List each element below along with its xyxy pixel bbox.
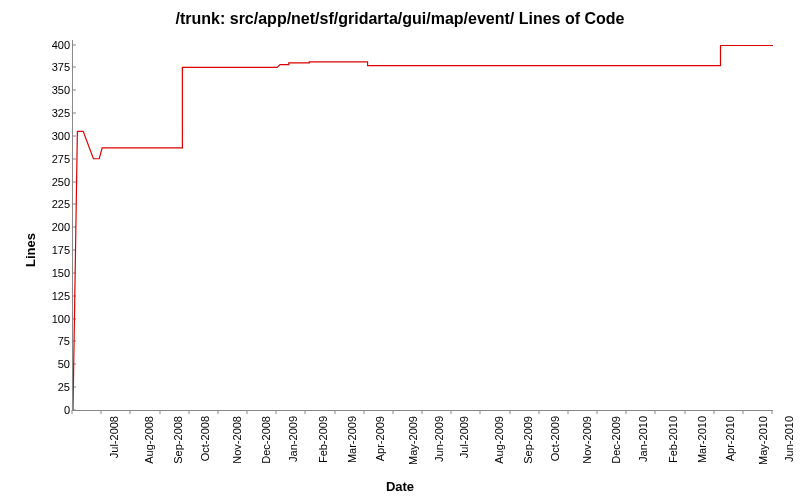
y-tick-label: 225 — [40, 198, 70, 210]
y-tick-label: 0 — [40, 404, 70, 416]
x-tick-label: Oct-2008 — [199, 416, 211, 461]
y-tick-label: 175 — [40, 244, 70, 256]
y-tick-label: 375 — [40, 61, 70, 73]
x-tick-label: Jan-2010 — [637, 416, 649, 462]
y-tick-label: 100 — [40, 313, 70, 325]
x-tick-label: Nov-2009 — [580, 416, 592, 464]
x-tick-label: Feb-2009 — [317, 416, 329, 463]
x-tick-label: Dec-2008 — [260, 416, 272, 464]
x-tick-label: Sep-2009 — [522, 416, 534, 464]
x-tick-label: Sep-2008 — [172, 416, 184, 464]
x-tick-label: Jan-2009 — [287, 416, 299, 462]
y-tick-label: 125 — [40, 290, 70, 302]
x-axis-label: Date — [0, 479, 800, 494]
x-tick-label: Oct-2009 — [549, 416, 561, 461]
x-tick-label: Nov-2008 — [230, 416, 242, 464]
x-tick-label: Dec-2009 — [610, 416, 622, 464]
x-tick-label: Jun-2009 — [433, 416, 445, 462]
y-tick-label: 25 — [40, 381, 70, 393]
plot-area — [72, 40, 773, 411]
y-axis-label: Lines — [23, 233, 38, 267]
x-tick-label: Apr-2009 — [374, 416, 386, 461]
y-tick-label: 200 — [40, 221, 70, 233]
y-tick-label: 75 — [40, 335, 70, 347]
y-tick-label: 50 — [40, 358, 70, 370]
x-tick-label: Aug-2008 — [143, 416, 155, 464]
x-tick-label: Jul-2009 — [458, 416, 470, 458]
y-tick-label: 150 — [40, 267, 70, 279]
y-tick-label: 300 — [40, 130, 70, 142]
x-tick-label: Jul-2008 — [108, 416, 120, 458]
x-tick-label: May-2009 — [407, 416, 419, 465]
y-tick-label: 350 — [40, 84, 70, 96]
x-tick-label: May-2010 — [757, 416, 769, 465]
x-tick-label: Aug-2009 — [493, 416, 505, 464]
y-tick-label: 275 — [40, 153, 70, 165]
chart-container: /trunk: src/app/net/sf/gridarta/gui/map/… — [0, 0, 800, 500]
y-tick-label: 325 — [40, 107, 70, 119]
y-tick-label: 400 — [40, 39, 70, 51]
x-tick-label: Mar-2010 — [696, 416, 708, 463]
x-tick-label: Feb-2010 — [667, 416, 679, 463]
data-line — [73, 40, 773, 410]
y-tick-label: 250 — [40, 176, 70, 188]
x-tick-label: Mar-2009 — [346, 416, 358, 463]
x-tick-label: Apr-2010 — [724, 416, 736, 461]
x-tick-label: Jun-2010 — [783, 416, 795, 462]
chart-title: /trunk: src/app/net/sf/gridarta/gui/map/… — [0, 10, 800, 28]
